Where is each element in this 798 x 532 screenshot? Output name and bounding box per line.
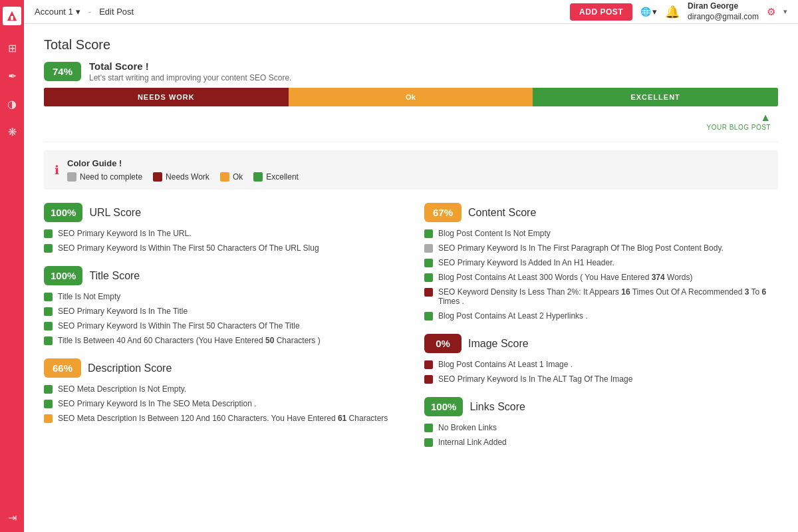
color-guide-title: Color Guide ! <box>67 158 299 168</box>
content-text-2: SEO Primary Keyword Is In The First Para… <box>438 243 724 253</box>
content-dot-6 <box>424 312 433 321</box>
blog-post-label: YOUR BLOG POST <box>707 124 771 131</box>
settings-gear-icon[interactable]: ⚙ <box>767 6 775 18</box>
description-score-header: 66% Description Score <box>44 358 398 378</box>
content-item-4: Blog Post Contains At Least 300 Words ( … <box>424 273 778 282</box>
title-dot-3 <box>44 322 53 331</box>
color-guide-icon: ℹ <box>55 163 59 178</box>
lang-chevron-icon: ▾ <box>652 7 657 17</box>
content-dot-5 <box>424 288 433 297</box>
sidebar-grid-icon[interactable]: ⊞ <box>4 40 20 56</box>
content-text-6: Blog Post Contains At Least 2 Hyperlinks… <box>438 311 588 321</box>
guide-item-needs-work: Needs Work <box>153 172 209 182</box>
content-item-2: SEO Primary Keyword Is In The First Para… <box>424 243 778 253</box>
total-score-text: Total Score ! Let's start writing and im… <box>89 61 291 82</box>
desc-text-1: SEO Meta Description Is Not Empty. <box>58 384 186 394</box>
scores-grid: 100% URL Score SEO Primary Keyword Is In… <box>44 203 778 460</box>
url-dot-2 <box>44 244 53 253</box>
header-right: ADD POST 🌐 ▾ 🔔 Diran George dirango@gmai… <box>570 1 787 22</box>
url-score-badge: 100% <box>44 203 82 222</box>
progress-bar: NEEDS WORK Ok EXCELLENT <box>44 88 778 106</box>
desc-item-2: SEO Primary Keyword Is In The SEO Meta D… <box>44 399 398 408</box>
content-item-1: Blog Post Content Is Not Empty <box>424 229 778 238</box>
needs-work-label: Needs Work <box>166 172 209 182</box>
title-item-3: SEO Primary Keyword Is Within The First … <box>44 321 398 331</box>
excellent-label: Excellent <box>266 172 299 182</box>
content-score-section: 67% Content Score Blog Post Content Is N… <box>424 203 778 321</box>
main-area: Account 1 ▾ - Edit Post ADD POST 🌐 ▾ 🔔 D… <box>24 0 798 532</box>
title-score-badge: 100% <box>44 266 82 285</box>
url-score-section: 100% URL Score SEO Primary Keyword Is In… <box>44 203 398 253</box>
content-item-3: SEO Primary Keyword Is Added In An H1 He… <box>424 258 778 267</box>
links-dot-2 <box>424 438 433 447</box>
url-dot-1 <box>44 229 53 238</box>
content-dot-1 <box>424 229 433 238</box>
links-score-section: 100% Links Score No Broken Links Interna… <box>424 397 778 447</box>
sidebar-pen-icon[interactable]: ✒ <box>4 68 20 84</box>
description-score-section: 66% Description Score SEO Meta Descripti… <box>44 358 398 423</box>
add-post-button[interactable]: ADD POST <box>570 3 632 21</box>
sidebar-network-icon[interactable]: ❋ <box>4 124 20 140</box>
url-item-1: SEO Primary Keyword Is In The URL. <box>44 229 398 238</box>
content-item-5: SEO Keyword Density Is Less Than 2%: It … <box>424 287 778 306</box>
links-item-1: No Broken Links <box>424 423 778 432</box>
title-dot-2 <box>44 307 53 316</box>
app-logo[interactable] <box>3 7 21 25</box>
image-text-2: SEO Primary Keyword Is In The ALT Tag Of… <box>438 374 632 384</box>
need-complete-dot <box>67 172 76 182</box>
language-selector[interactable]: 🌐 ▾ <box>640 7 657 17</box>
content-text-3: SEO Primary Keyword Is Added In An H1 He… <box>438 258 614 267</box>
blog-post-indicator: ▲ YOUR BLOG POST <box>44 112 778 131</box>
flag-icon: 🌐 <box>640 7 651 17</box>
content-score-title: Content Score <box>468 207 536 219</box>
image-item-1: Blog Post Contains At Least 1 Image . <box>424 360 778 369</box>
guide-item-ok: Ok <box>220 172 243 182</box>
image-text-1: Blog Post Contains At Least 1 Image . <box>438 360 573 369</box>
user-email: dirango@gmail.com <box>688 12 759 23</box>
title-text-3: SEO Primary Keyword Is Within The First … <box>58 321 300 331</box>
total-score-header: 74% Total Score ! Let's start writing an… <box>44 61 778 82</box>
header: Account 1 ▾ - Edit Post ADD POST 🌐 ▾ 🔔 D… <box>24 0 798 24</box>
image-dot-1 <box>424 360 433 369</box>
links-text-1: No Broken Links <box>438 423 497 432</box>
content-text-5: SEO Keyword Density Is Less Than 2%: It … <box>438 287 778 306</box>
sidebar-logout-icon[interactable]: ⇥ <box>4 509 20 525</box>
color-guide-items: Need to complete Needs Work Ok Exce <box>67 172 299 182</box>
title-dot-1 <box>44 293 53 301</box>
account-selector[interactable]: Account 1 ▾ <box>35 7 80 17</box>
app-container: ⊞ ✒ ◑ ❋ ⇥ Account 1 ▾ - Edit Post ADD PO… <box>0 0 798 532</box>
content-text-4: Blog Post Contains At Least 300 Words ( … <box>438 273 692 282</box>
links-text-2: Internal Link Added <box>438 438 507 447</box>
blog-post-arrow-icon: ▲ <box>760 112 771 124</box>
excellent-bar: EXCELLENT <box>533 88 778 106</box>
total-score-title: Total Score <box>44 37 778 53</box>
excellent-dot <box>253 172 263 182</box>
desc-text-2: SEO Primary Keyword Is In The SEO Meta D… <box>58 399 257 408</box>
links-score-title: Links Score <box>469 401 525 413</box>
image-dot-2 <box>424 375 433 384</box>
desc-dot-3 <box>44 414 53 423</box>
title-dot-4 <box>44 336 53 345</box>
need-complete-label: Need to complete <box>80 172 142 182</box>
color-guide-content: Color Guide ! Need to complete Needs Wor… <box>67 158 299 182</box>
title-item-2: SEO Primary Keyword Is In The Title <box>44 307 398 316</box>
sidebar-pie-icon[interactable]: ◑ <box>4 96 20 112</box>
title-score-header: 100% Title Score <box>44 266 398 285</box>
total-score-badge: 74% <box>44 62 81 81</box>
desc-item-3: SEO Meta Description Is Between 120 And … <box>44 414 398 423</box>
color-guide: ℹ Color Guide ! Need to complete Needs W… <box>44 150 778 190</box>
title-item-1: Title Is Not Empty <box>44 292 398 301</box>
user-name: Diran George <box>688 1 759 12</box>
links-item-2: Internal Link Added <box>424 438 778 447</box>
guide-item-excellent: Excellent <box>253 172 299 182</box>
total-score-label: Total Score ! <box>89 61 291 72</box>
url-text-1: SEO Primary Keyword Is In The URL. <box>58 229 192 238</box>
description-score-badge: 66% <box>44 358 81 378</box>
content-dot-4 <box>424 273 433 282</box>
account-chevron-icon: ▾ <box>76 7 80 17</box>
notifications-bell-icon[interactable]: 🔔 <box>665 5 680 19</box>
sidebar: ⊞ ✒ ◑ ❋ ⇥ <box>0 0 24 532</box>
needs-work-bar: NEEDS WORK <box>44 88 289 106</box>
user-menu-chevron-icon[interactable]: ▾ <box>783 7 787 16</box>
url-item-2: SEO Primary Keyword Is Within The First … <box>44 243 398 253</box>
